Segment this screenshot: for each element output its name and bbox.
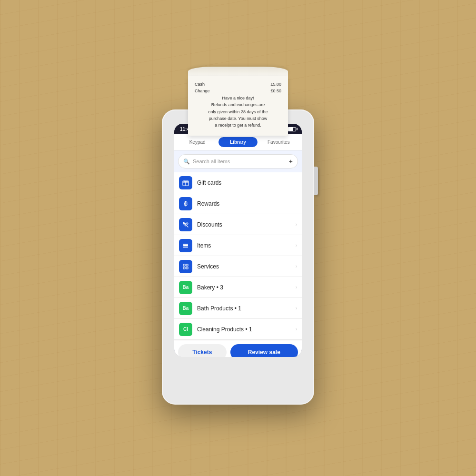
items-icon [179,239,192,252]
discounts-chevron: › [296,222,297,227]
discounts-icon [179,218,192,231]
side-button[interactable] [314,167,318,195]
svg-rect-4 [183,244,188,245]
receipt: Cash £5.00 Change £0.50 Have a nice day!… [188,67,288,136]
items-list: Gift cards Rewards [174,172,302,340]
svg-rect-7 [183,264,185,266]
cleaning-products-chevron: › [296,327,297,332]
bakery-icon: Ba [179,281,192,294]
tab-favourites[interactable]: Favourites [259,137,298,147]
review-sale-button[interactable]: Review sale [230,344,298,357]
list-item-services[interactable]: Services › [174,256,302,277]
bakery-chevron: › [296,285,297,290]
receipt-line2: Refunds and exchanges are [195,101,281,108]
app-screen: Keypad Library Favourites 🔍 Search all i… [174,134,302,357]
svg-rect-6 [183,247,188,248]
svg-rect-8 [186,264,188,266]
bakery-label: Bakery • 3 [197,284,296,291]
list-item-gift-cards[interactable]: Gift cards [174,172,302,193]
search-placeholder: Search all items [193,159,286,164]
list-item-bakery[interactable]: Ba Bakery • 3 › [174,277,302,298]
services-chevron: › [296,264,297,269]
add-item-button[interactable]: + [289,158,293,165]
receipt-line5: a receipt to get a refund. [195,122,281,129]
list-item-discounts[interactable]: Discounts › [174,214,302,235]
search-icon: 🔍 [183,159,190,165]
receipt-line3: only given within 28 days of the [195,109,281,115]
gift-cards-label: Gift cards [197,179,297,186]
services-label: Services [197,263,296,270]
tab-keypad[interactable]: Keypad [178,137,217,147]
receipt-line1: Have a nice day! [195,95,281,101]
rewards-label: Rewards [197,200,297,207]
rewards-icon [179,197,192,210]
receipt-change-value: £0.50 [270,88,281,94]
tab-bar: Keypad Library Favourites [174,134,302,150]
items-label: Items [197,242,296,249]
receipt-cash-value: £5.00 [270,81,281,88]
receipt-paper: Cash £5.00 Change £0.50 Have a nice day!… [188,76,288,136]
pos-terminal: Cash £5.00 Change £0.50 Have a nice day!… [162,109,314,405]
receipt-cash-label: Cash [195,81,205,88]
svg-rect-10 [186,267,188,269]
svg-rect-9 [183,267,185,269]
battery-fill [288,128,293,131]
bath-products-icon: Ba [179,302,192,315]
gift-cards-icon [179,176,192,189]
battery-icon [288,127,296,131]
list-item-items[interactable]: Items › [174,235,302,256]
receipt-change-label: Change [195,88,210,94]
services-icon [179,260,192,273]
tab-library[interactable]: Library [218,137,257,147]
tickets-button[interactable]: Tickets [178,344,227,357]
list-item-cleaning-products[interactable]: Cl Cleaning Products • 1 › [174,319,302,340]
discounts-label: Discounts [197,221,296,228]
screen-bezel: 11:44 ▲ Keypad Library Favourites 🔍 Sear… [174,124,302,357]
bottom-actions: Tickets Review sale [174,340,302,357]
bath-products-chevron: › [296,306,297,311]
list-item-rewards[interactable]: Rewards [174,193,302,214]
receipt-line4: purchase date. You must show [195,115,281,122]
items-chevron: › [296,243,297,248]
list-item-bath-products[interactable]: Ba Bath Products • 1 › [174,298,302,319]
cleaning-products-label: Cleaning Products • 1 [197,326,296,333]
bath-products-label: Bath Products • 1 [197,305,296,312]
cleaning-products-icon: Cl [179,323,192,336]
search-bar[interactable]: 🔍 Search all items + [178,154,298,169]
receipt-curl [188,67,288,76]
svg-rect-5 [183,245,188,246]
